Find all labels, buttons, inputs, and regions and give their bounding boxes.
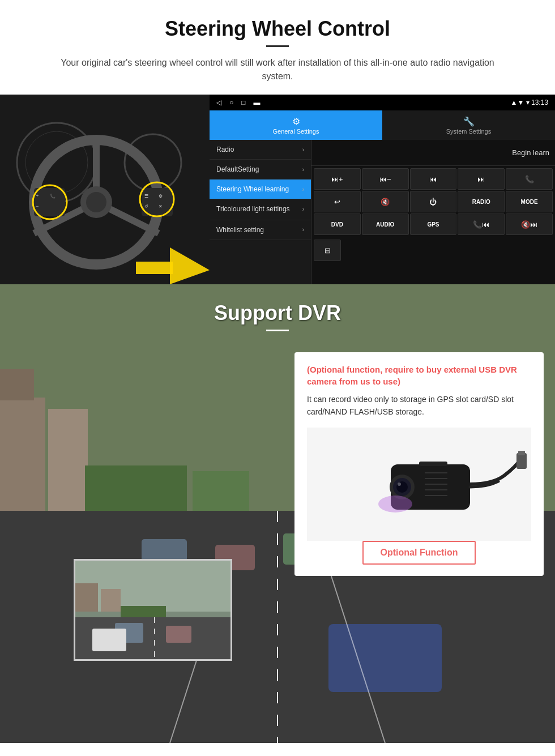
dvr-camera-svg — [311, 430, 527, 538]
tab-system-label: System Settings — [446, 128, 491, 135]
dvr-optional-text: (Optional function, require to buy exter… — [307, 364, 531, 387]
steering-wheel-svg: + − 📞 ☰ ⚙ ↺ ✕ — [0, 95, 210, 284]
ctrl-phone[interactable]: 📞 — [506, 168, 553, 190]
svg-text:✕: ✕ — [159, 204, 163, 209]
ctrl-dvd[interactable]: DVD — [314, 213, 361, 235]
android-menu: Radio › DefaultSetting › Steering Wheel … — [210, 140, 311, 284]
back-icon[interactable]: ◁ — [216, 99, 221, 106]
gear-icon: ⚙ — [292, 116, 300, 127]
svg-rect-40 — [75, 583, 98, 612]
steering-title: Steering Wheel Control — [23, 17, 532, 41]
dvr-camera-illustration — [307, 428, 531, 541]
thumbnail-svg — [75, 561, 232, 661]
menu-item-default-label: DefaultSetting — [216, 165, 259, 173]
menu-arrow-icon: › — [302, 147, 304, 153]
menu-item-radio-label: Radio — [216, 146, 234, 153]
svg-rect-39 — [75, 561, 232, 612]
menu-item-steering-wheel[interactable]: Steering Wheel learning › — [210, 180, 311, 199]
menu-item-radio[interactable]: Radio › — [210, 140, 311, 160]
begin-learn-button[interactable]: Begin learn — [512, 148, 549, 157]
menu-icon[interactable]: ▬ — [254, 99, 261, 106]
tab-general-settings[interactable]: ⚙ General Settings — [210, 110, 382, 140]
steering-subtitle: Your original car's steering wheel contr… — [45, 56, 510, 83]
ctrl-next-track[interactable]: ⏭ — [458, 168, 505, 190]
ctrl-gps[interactable]: GPS — [410, 213, 457, 235]
svg-rect-30 — [193, 471, 249, 511]
android-topbar: ◁ ○ □ ▬ ▲▼ ▾ 13:13 — [210, 95, 555, 110]
tab-general-label: General Settings — [273, 128, 319, 135]
svg-rect-27 — [48, 409, 88, 511]
svg-point-56 — [378, 496, 412, 512]
system-icon: 🔧 — [463, 116, 475, 127]
svg-rect-28 — [0, 369, 34, 400]
android-content-area: Radio › DefaultSetting › Steering Wheel … — [210, 140, 555, 284]
wifi-icon: ▾ — [526, 99, 531, 106]
svg-rect-49 — [518, 451, 525, 455]
menu-arrow-icon-2: › — [302, 166, 304, 173]
svg-text:↺: ↺ — [144, 204, 148, 209]
menu-arrow-icon-5: › — [302, 227, 304, 233]
dvr-title: Support DVR — [0, 301, 555, 325]
tab-system-settings[interactable]: 🔧 System Settings — [382, 110, 555, 140]
android-nav-icons: ◁ ○ □ ▬ — [216, 99, 261, 106]
home-icon[interactable]: ○ — [229, 99, 233, 106]
ctrl-mute[interactable]: 🔇 — [362, 191, 409, 212]
ctrl-back[interactable]: ↩ — [314, 191, 361, 212]
ctrl-prev-track[interactable]: ⏮ — [410, 168, 457, 190]
control-buttons-grid: ⏭+ ⏮− ⏮ ⏭ 📞 ↩ 🔇 ⏻ RADIO MODE DVD AUDIO G… — [311, 166, 555, 237]
menu-item-default-setting[interactable]: DefaultSetting › — [210, 160, 311, 180]
android-status-bar: ▲▼ ▾ 13:13 — [511, 99, 548, 106]
menu-item-tricolour-label: Tricoloured light settings — [216, 205, 290, 214]
svg-rect-48 — [516, 453, 527, 469]
svg-text:📞: 📞 — [50, 193, 56, 199]
android-ui-panel: ◁ ○ □ ▬ ▲▼ ▾ 13:13 ⚙ General Settings 🔧 … — [210, 95, 555, 284]
thumbnail-road-scene — [75, 561, 230, 659]
ctrl-mute-next[interactable]: 🔇⏭ — [506, 213, 553, 235]
dvr-thumbnail-image — [74, 559, 232, 661]
recents-icon[interactable]: □ — [241, 99, 245, 106]
car-ui-composite: + − 📞 ☰ ⚙ ↺ ✕ ◁ ○ □ ▬ ▲▼ ▾ 13:1 — [0, 95, 555, 284]
ctrl-vol-down[interactable]: ⏮− — [362, 168, 409, 190]
dvr-description: It can record video only to storage in G… — [307, 393, 531, 418]
dvr-divider — [266, 330, 289, 331]
menu-arrow-icon-4: › — [302, 206, 304, 212]
ctrl-power[interactable]: ⏻ — [410, 191, 457, 212]
svg-rect-55 — [419, 462, 447, 466]
android-tabs: ⚙ General Settings 🔧 System Settings — [210, 110, 555, 140]
menu-item-tricolour[interactable]: Tricoloured light settings › — [210, 199, 311, 220]
svg-text:☰: ☰ — [144, 194, 148, 199]
ctrl-vol-up[interactable]: ⏭+ — [314, 168, 361, 190]
steering-wheel-photo: + − 📞 ☰ ⚙ ↺ ✕ — [0, 95, 210, 284]
android-right-panel: Begin learn ⏭+ ⏮− ⏮ ⏭ 📞 ↩ 🔇 ⏻ RADIO MODE… — [311, 140, 555, 284]
menu-item-whitelist[interactable]: Whitelist setting › — [210, 220, 311, 240]
ctrl-dvr-icon[interactable]: ⊟ — [314, 240, 341, 261]
svg-rect-41 — [101, 589, 121, 612]
time-display: 13:13 — [531, 99, 548, 106]
svg-text:−: − — [36, 203, 39, 209]
begin-learn-row: Begin learn — [311, 140, 555, 166]
menu-arrow-icon-3: › — [302, 186, 304, 193]
ctrl-mode[interactable]: MODE — [506, 191, 553, 212]
dvr-info-card: (Optional function, require to buy exter… — [294, 352, 544, 576]
svg-text:⚙: ⚙ — [159, 194, 163, 199]
svg-rect-15 — [136, 262, 173, 274]
svg-rect-47 — [92, 629, 126, 651]
dvr-section: Support DVR — [0, 284, 555, 743]
ctrl-audio[interactable]: AUDIO — [362, 213, 409, 235]
svg-point-54 — [398, 482, 401, 486]
menu-item-whitelist-label: Whitelist setting — [216, 226, 264, 234]
svg-text:+: + — [36, 193, 39, 199]
optional-function-button[interactable]: Optional Function — [362, 541, 476, 565]
signal-icon: ▲▼ — [511, 99, 526, 106]
svg-rect-10 — [34, 188, 65, 216]
dvr-title-area: Support DVR — [0, 284, 555, 341]
steering-wheel-bg: + − 📞 ☰ ⚙ ↺ ✕ — [0, 95, 210, 284]
svg-point-9 — [86, 192, 106, 212]
title-divider — [266, 45, 289, 47]
ctrl-phone-prev[interactable]: 📞⏮ — [458, 213, 505, 235]
svg-rect-26 — [0, 398, 45, 511]
steering-section: Steering Wheel Control Your original car… — [0, 0, 555, 83]
svg-rect-35 — [328, 624, 442, 692]
ctrl-radio[interactable]: RADIO — [458, 191, 505, 212]
menu-item-steering-label: Steering Wheel learning — [216, 185, 289, 193]
